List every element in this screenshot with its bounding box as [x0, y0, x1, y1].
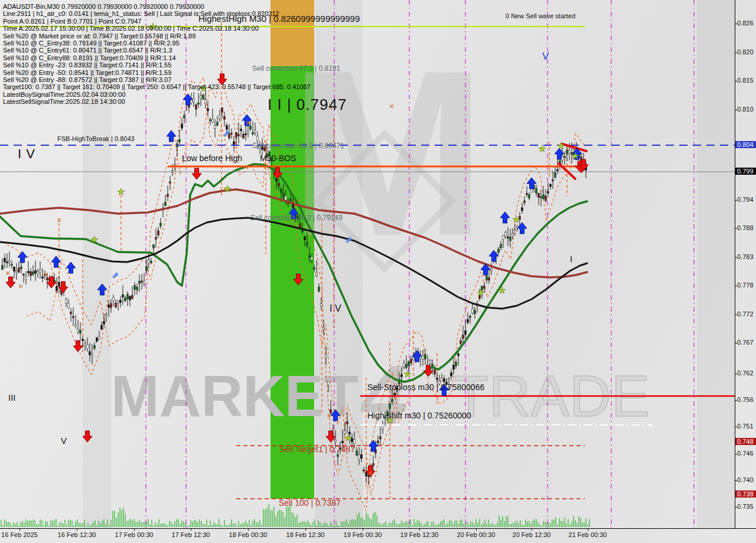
strategy-info-line: Sell %20 @ Entry -50: 0.8541 || Target:0…	[3, 69, 311, 76]
strategy-info-line: Time A:2025.02.17 15:30:00 | Time B:2025…	[3, 25, 311, 32]
time-tick	[363, 528, 363, 531]
time-axis-label: 16 Feb 12:30	[58, 531, 96, 538]
price-axis-label: 0.762	[737, 369, 754, 377]
price-axis-label: 0.815	[737, 77, 754, 84]
time-axis-label: 20 Feb 12:30	[513, 531, 551, 538]
price-axis-label: 0.772	[737, 310, 754, 318]
time-tick	[248, 528, 249, 531]
time-tick	[532, 528, 532, 531]
time-tick	[191, 528, 191, 531]
price-level-badge: 0.738	[735, 490, 756, 498]
sell-100-label: Sell 100 | 0.7387	[279, 498, 341, 508]
price-axis-label: 0.735	[737, 503, 754, 510]
time-tick	[19, 528, 20, 531]
price-axis-label: 0.767	[737, 339, 754, 346]
price-axis-label: 0.778	[737, 282, 754, 289]
time-tick	[77, 528, 77, 531]
symbol-info-panel: ADAUSDT-Bin,M30 0.79920000 0.79930000 0.…	[3, 3, 311, 106]
wave-5-top-label: V	[542, 51, 549, 63]
time-axis[interactable]: 16 Feb 202516 Feb 12:3017 Feb 00:3017 Fe…	[0, 528, 756, 543]
time-axis-label: 16 Feb 2025	[1, 531, 38, 538]
time-axis-label: 18 Feb 12:30	[286, 531, 325, 538]
price-axis-label: 0.788	[737, 224, 754, 231]
price-level-badge: 0.748	[735, 438, 756, 445]
price-level-badge: 0.804	[735, 141, 756, 148]
sell-stoploss-label: Sell-Stoploss m30 | 0.75800066	[367, 382, 484, 392]
time-axis-label: 21 Feb 00:30	[569, 531, 607, 538]
price-axis-label: 0.740	[737, 476, 754, 483]
price-axis-label: 0.794	[737, 196, 754, 203]
chart-window: M MARKET 4 TRADE ★★★★★★★★★★★★★★✕✕✕✕✕✕✕✕✕…	[0, 0, 756, 543]
wave-1-right-label: I	[570, 254, 572, 264]
price-axis[interactable]: 0.8260.8200.8150.8100.8040.7990.7940.788…	[735, 0, 756, 528]
symbol-ohlc-line: ADAUSDT-Bin,M30 0.79920000 0.79930000 0.…	[3, 3, 311, 10]
time-axis-label: 19 Feb 00:30	[344, 531, 382, 538]
strategy-info-line: Sell %20 @ Entry -88: 0.87572 || Target:…	[3, 76, 311, 83]
time-axis-label: 18 Feb 00:30	[229, 531, 268, 538]
price-axis-label: 0.810	[737, 106, 754, 113]
strategy-info-line: Sell %10 @ C_Entry88: 0.8191 || Target:0…	[3, 54, 311, 61]
wave-5-left-label: V	[61, 436, 67, 446]
time-tick	[588, 528, 588, 531]
strategy-info-line: Point A:0.8261 | Point B:0.7701 | Point …	[3, 18, 311, 25]
sell-target1-label: Sell Target1 | 0.7487	[279, 444, 355, 454]
wave-4-left-label: I V	[18, 146, 35, 162]
strategy-info-line: LatestBuySignalTime:2025.02.04 03:00:00	[3, 91, 311, 98]
price-axis-label: 0.826	[737, 19, 754, 27]
time-axis-label: 19 Feb 12:30	[400, 531, 439, 538]
high-shift-label: High-shift m30 | 0.75260000	[367, 411, 471, 420]
price-axis-label: 0.756	[737, 396, 754, 403]
sell-correction-38-label: Sell correction 38.2 | 0.79149	[250, 214, 343, 222]
strategy-info-line: Sell %10 @ C_Entry38: 0.79149 || Target:…	[3, 40, 311, 47]
price-level-badge: 0.799	[735, 168, 756, 175]
price-axis-label: 0.746	[737, 450, 754, 457]
low-before-high-label: Low before High	[182, 153, 242, 163]
fsb-high-label: FSB-HighToBreak | 0.8043	[57, 135, 135, 142]
new-sell-wave-label: 0 New Sell wave started	[506, 12, 575, 19]
m30-bos-label: M30-BOS	[260, 153, 296, 163]
wave-3-label: III	[8, 392, 16, 403]
time-tick	[476, 528, 477, 531]
time-axis-label: 17 Feb 12:30	[172, 531, 210, 538]
price-axis-label: 0.783	[737, 253, 754, 260]
price-axis-label: 0.820	[737, 48, 754, 55]
time-axis-label: 20 Feb 00:30	[457, 531, 496, 538]
sell-correction-61-label: Sell correction 61.8 | 0.80471	[252, 142, 344, 150]
strategy-info-line: Target100: 0.7387 || Target 161: 0.70409…	[3, 83, 311, 90]
time-tick	[134, 528, 135, 531]
strategy-info-line: Sell %10 @ Entry -23: 0.83932 || Target:…	[3, 61, 311, 68]
strategy-info-line: Sell %10 @ C_Entry61: 0.80471 || Target:…	[3, 47, 311, 54]
time-tick	[419, 528, 420, 531]
wave-4-mid-label: I V	[330, 303, 341, 314]
strategy-info-line: Sell %20 @ Market price or at: 0.7947 ||…	[3, 32, 311, 40]
price-axis-label: 0.751	[737, 423, 754, 430]
time-tick	[305, 528, 306, 531]
time-axis-label: 17 Feb 00:30	[115, 531, 154, 538]
strategy-info-line: Line:2911 | h1_atr_c0: 0.0141 | tema_h1_…	[3, 10, 311, 17]
strategy-info-line: LatestSellSignalTime:2025.02.18 14:30:00	[3, 98, 311, 105]
